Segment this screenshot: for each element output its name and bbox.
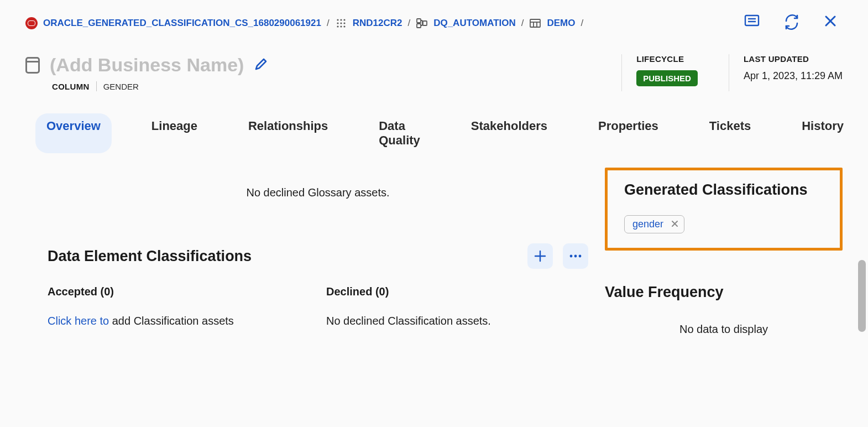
tab-relationships[interactable]: Relationships: [237, 113, 339, 153]
svg-point-6: [337, 25, 338, 27]
refresh-icon[interactable]: [784, 14, 799, 32]
tab-tickets[interactable]: Tickets: [698, 113, 762, 153]
tab-history[interactable]: History: [791, 113, 855, 153]
breadcrumb: ORACLE_GENERATED_CLASSIFICATION_CS_16802…: [25, 17, 739, 29]
entity-type-label: COLUMN: [52, 82, 90, 91]
svg-point-4: [340, 22, 342, 24]
svg-point-0: [337, 19, 338, 20]
tab-overview[interactable]: Overview: [35, 113, 112, 153]
tabs: Overview Lineage Relationships Data Qual…: [0, 91, 868, 153]
dec-section-title: Data Element Classifications: [48, 248, 252, 265]
accepted-heading: Accepted (0): [48, 285, 310, 298]
breadcrumb-separator: /: [521, 18, 524, 29]
close-icon[interactable]: [824, 14, 837, 32]
tab-data-quality[interactable]: Data Quality: [368, 113, 431, 153]
more-actions-button[interactable]: [563, 243, 588, 269]
last-updated-value: Apr 1, 2023, 11:29 AM: [744, 70, 843, 82]
breadcrumb-item-2[interactable]: DQ_AUTOMATION: [433, 18, 516, 29]
last-updated-label: LAST UPDATED: [744, 54, 843, 64]
svg-point-2: [343, 19, 345, 20]
entity-name: GENDER: [103, 82, 139, 91]
comments-icon[interactable]: [744, 14, 760, 32]
breadcrumb-item-3[interactable]: DEMO: [547, 18, 575, 29]
declined-heading: Declined (0): [326, 285, 588, 298]
oracle-logo-icon: [25, 17, 38, 29]
accepted-body: Click here to add Classification assets: [48, 315, 310, 327]
lifecycle-label: LIFECYCLE: [636, 54, 698, 64]
column-icon: [25, 57, 40, 74]
svg-rect-9: [417, 19, 421, 23]
generated-classifications-panel: Generated Classifications gender: [605, 168, 843, 251]
breadcrumb-separator: /: [327, 18, 330, 29]
scrollbar[interactable]: [858, 260, 866, 332]
breadcrumb-separator: /: [407, 18, 410, 29]
add-classification-link[interactable]: Click here to: [48, 315, 109, 327]
svg-point-25: [579, 255, 582, 258]
breadcrumb-item-1[interactable]: RND12CR2: [353, 18, 402, 29]
value-frequency-title: Value Frequency: [605, 284, 843, 301]
svg-point-3: [337, 22, 338, 24]
add-classification-button[interactable]: [527, 243, 553, 269]
chip-label[interactable]: gender: [632, 218, 663, 230]
table-icon: [529, 17, 541, 29]
svg-point-24: [574, 255, 577, 258]
svg-rect-10: [417, 24, 421, 28]
top-actions: [744, 14, 843, 32]
breadcrumb-separator: /: [581, 18, 583, 29]
page-title: (Add Business Name): [50, 54, 244, 76]
classification-chip: gender: [624, 215, 684, 233]
svg-rect-16: [745, 15, 759, 25]
chip-remove-icon[interactable]: [671, 220, 678, 230]
tab-stakeholders[interactable]: Stakeholders: [460, 113, 558, 153]
breadcrumb-item-0[interactable]: ORACLE_GENERATED_CLASSIFICATION_CS_16802…: [43, 18, 321, 29]
glossary-empty-msg: No declined Glossary assets.: [48, 186, 588, 243]
svg-point-5: [343, 22, 345, 24]
divider: [96, 81, 97, 91]
svg-point-7: [340, 25, 342, 27]
edit-title-button[interactable]: [254, 57, 268, 74]
svg-point-1: [340, 19, 342, 20]
grid-icon: [335, 17, 347, 29]
svg-point-8: [343, 25, 345, 27]
tab-properties[interactable]: Properties: [587, 113, 670, 153]
svg-point-23: [570, 255, 573, 258]
svg-rect-12: [530, 19, 540, 27]
lifecycle-badge: PUBLISHED: [636, 70, 698, 86]
generated-classifications-title: Generated Classifications: [624, 181, 823, 199]
declined-empty-msg: No declined Classification assets.: [326, 315, 588, 327]
accepted-tail-text: add Classification assets: [109, 315, 234, 327]
svg-rect-11: [423, 21, 427, 25]
value-frequency-empty: No data to display: [605, 323, 843, 336]
tab-lineage[interactable]: Lineage: [140, 113, 208, 153]
schema-icon: [416, 17, 428, 29]
